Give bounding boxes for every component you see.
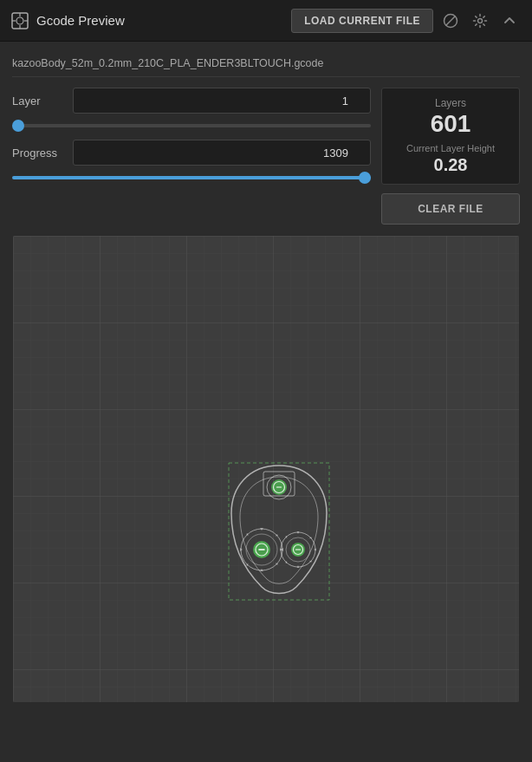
collapse-button[interactable] bbox=[497, 9, 522, 33]
info-panel-box: Layers 601 Current Layer Height 0.28 bbox=[381, 88, 520, 185]
header-title-area: Gcode Preview bbox=[10, 11, 291, 30]
height-value: 0.28 bbox=[391, 155, 510, 175]
svg-line-7 bbox=[446, 16, 456, 25]
svg-point-8 bbox=[478, 18, 483, 23]
layer-input-row: Layer bbox=[12, 88, 371, 114]
progress-control: Progress bbox=[12, 140, 371, 183]
clear-file-button[interactable]: CLEAR FILE bbox=[381, 193, 520, 225]
layer-slider[interactable] bbox=[12, 124, 371, 127]
no-icon-button[interactable] bbox=[438, 9, 463, 33]
height-label: Current Layer Height bbox=[391, 143, 510, 153]
controls-row: Layer Progress Layers bbox=[12, 88, 520, 225]
info-panel: Layers 601 Current Layer Height 0.28 CLE… bbox=[381, 88, 520, 225]
progress-input[interactable] bbox=[73, 140, 371, 166]
load-current-file-button[interactable]: LOAD CURRENT FILE bbox=[291, 9, 433, 33]
layer-label: Layer bbox=[12, 94, 64, 107]
progress-slider[interactable] bbox=[12, 176, 371, 179]
layer-input[interactable] bbox=[73, 88, 371, 114]
preview-area bbox=[12, 235, 520, 703]
app-title: Gcode Preview bbox=[36, 13, 125, 28]
header-controls: LOAD CURRENT FILE bbox=[291, 9, 522, 33]
progress-label: Progress bbox=[12, 147, 64, 160]
grid-background bbox=[13, 236, 519, 702]
content-area: kazooBody_52m_0.2mm_210C_PLA_ENDER3BLTOU… bbox=[0, 42, 532, 715]
filename-label: kazooBody_52m_0.2mm_210C_PLA_ENDER3BLTOU… bbox=[12, 50, 520, 77]
settings-button[interactable] bbox=[468, 9, 492, 33]
svg-point-1 bbox=[16, 17, 23, 24]
controls-left: Layer Progress bbox=[12, 88, 371, 183]
progress-slider-row bbox=[12, 167, 371, 183]
layer-control: Layer bbox=[12, 88, 371, 131]
layer-slider-row bbox=[12, 115, 371, 131]
layers-label: Layers bbox=[391, 97, 510, 109]
gcode-icon bbox=[10, 11, 29, 30]
layers-value: 601 bbox=[391, 111, 510, 138]
progress-input-row: Progress bbox=[12, 140, 371, 166]
svg-rect-11 bbox=[13, 236, 519, 702]
header: Gcode Preview LOAD CURRENT FILE bbox=[0, 0, 532, 42]
